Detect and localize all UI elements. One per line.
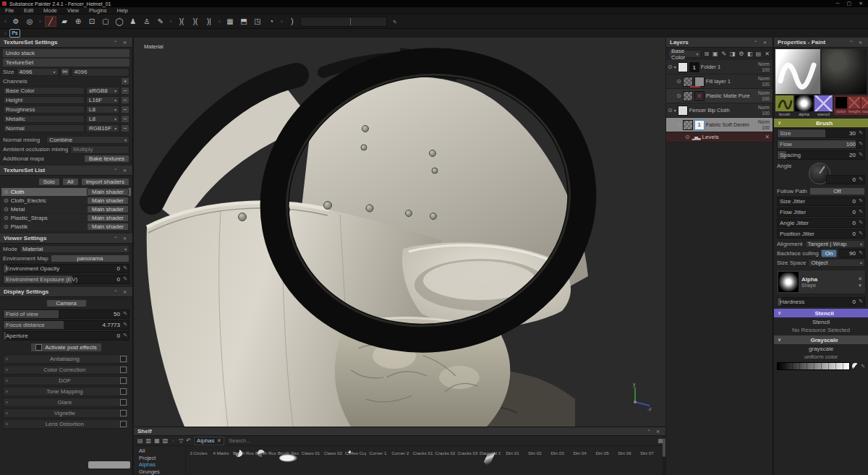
visibility-icon[interactable] [4,223,9,230]
tool-smudge-icon[interactable]: ♟ [127,16,139,27]
main-shader-button[interactable]: Main shader [87,205,129,213]
size-space-dropdown[interactable]: Object [808,259,865,267]
post-effect-checkbox[interactable] [120,421,127,427]
add-smart-material-icon[interactable]: ⚙ [738,50,744,58]
shelf-item[interactable]: Brush Rose... [233,448,254,475]
shelf-item[interactable]: Dirt 01 [502,448,523,475]
collapse-chevron-icon[interactable]: ∨ [778,120,781,126]
angle-value-slider[interactable]: 0 [826,175,865,184]
post-effect-row[interactable]: › Glare [3,398,129,407]
display-mode-icon[interactable]: ⬒ [238,16,250,27]
remove-channel-button[interactable]: − [121,87,129,95]
main-shader-button[interactable]: Main shader [87,214,129,222]
edit-value-icon[interactable] [123,322,127,328]
clear-alpha-icon[interactable]: ✕ [858,276,862,281]
filter-tag-alphas[interactable]: Alphas✕ [194,437,224,445]
shelf-item[interactable]: Cracks 03 [457,448,478,475]
tool-particles-icon[interactable]: ♙ [141,16,153,27]
expand-chevron-icon[interactable]: › [6,356,8,362]
expand-chevron-icon[interactable]: › [6,410,8,416]
menu-view[interactable]: View [62,7,84,14]
backface-angle-slider[interactable]: 90 [839,249,865,258]
filter-icon[interactable]: ▽ [179,437,183,444]
brush-section-header[interactable]: ∨ Brush [774,119,868,127]
post-effect-row[interactable]: › Vignette [3,408,129,418]
add-effect-icon[interactable]: ▣ [712,50,718,58]
smart-material-icon[interactable]: ✕ [694,91,705,101]
channel-filter-dropdown[interactable]: Base Color [668,50,701,58]
post-effect-checkbox[interactable] [120,367,127,373]
stencil-section-header[interactable]: ∨ Stencil [774,309,868,317]
layer-mask-thumbnail[interactable]: 1 [694,120,705,130]
layer-row-fabric-soft-denim[interactable]: 1 Fabric Soft Denim Norm100 [666,118,773,132]
jitter-slider[interactable]: Angle Jitter 0 [777,218,865,228]
channel-format-dropdown[interactable]: L8 [86,106,119,114]
brush-spacing-slider[interactable]: Spacing 20 [777,150,865,160]
panel-header-icons[interactable]: ⌃ ✕ [114,168,129,173]
tool-eraser-icon[interactable]: ▰ [59,16,70,27]
layer-visibility-icon[interactable] [668,64,673,70]
hardness-slider[interactable]: Hardness 0 [777,297,865,307]
symmetry-x-icon[interactable]: )( [176,16,187,27]
edit-value-icon[interactable] [859,141,863,147]
shelf-category[interactable]: Alphas [139,461,185,468]
shelf-item[interactable]: Cracks 01 [412,448,433,475]
tool-clone-icon[interactable]: ⊕ [72,16,84,27]
layer-visibility-icon[interactable] [676,78,681,85]
layer-row-folder-1[interactable]: 1 Folder 1 Norm100 [666,60,773,74]
close-icon[interactable]: ✕ [859,1,863,7]
edit-value-icon[interactable] [859,152,863,158]
layer-thumbnail[interactable] [683,120,693,130]
visibility-icon[interactable] [4,206,9,213]
shelf-category[interactable]: Grunges [139,468,185,475]
channel-format-dropdown[interactable]: L8 [86,115,119,123]
cube-view-icon[interactable]: ◳ [252,16,263,27]
activate-post-effects-toggle[interactable]: Activate post effects [30,343,101,352]
shelf-item[interactable]: Dirt 04 [569,448,590,475]
shelf-item[interactable]: Dirt 05 [592,448,613,475]
import-shaders-button[interactable]: Import shaders [81,178,129,186]
size-dropdown[interactable]: 4096 [17,68,59,76]
edit-value-icon[interactable] [859,198,863,204]
all-button[interactable]: All [62,178,79,186]
expand-chevron-icon[interactable]: › [6,421,8,427]
visibility-icon[interactable] [4,189,9,195]
layer-mask-thumbnail[interactable]: 1 [689,62,699,72]
edit-value-icon[interactable] [859,130,863,136]
shelf-item[interactable]: Claws 01 [300,448,321,475]
layer-row-fencer-bip-cloth[interactable]: Fencer Bip Cloth Norm100 [666,103,773,118]
texture-set-row[interactable]: Cloth_Electric Main shader [1,197,131,205]
remove-channel-button[interactable]: − [121,124,129,132]
environment-map-button[interactable]: panorama [51,254,129,262]
menu-file[interactable]: File [0,7,19,14]
post-effect-row[interactable]: › Antialiasing [3,354,129,364]
brush-tab[interactable] [775,95,793,111]
undo-stack-button[interactable]: Undo stack [3,49,129,57]
levels-effect-row[interactable]: ▂▅▃ Levels ✕ [666,132,773,142]
tool-view-icon[interactable]: ◎ [24,16,35,27]
panel-header-icons[interactable]: ⌃ ✕ [114,236,129,241]
post-effect-row[interactable]: › Color Correction [3,365,129,375]
layer-visibility-icon[interactable] [676,121,681,128]
environment-opacity-slider[interactable]: Environment Opacity 0 [3,264,129,273]
tool-pen-icon[interactable]: ✎ [155,16,166,27]
add-paint-layer-icon[interactable]: ◧ [746,50,753,58]
texture-set-row[interactable]: Plastik Main shader [1,223,131,231]
aperture-slider[interactable]: Aperture 0 [3,331,129,341]
post-effect-checkbox[interactable] [120,399,127,406]
normal-mixing-dropdown[interactable]: Combine [46,136,129,144]
collapse-chevron-icon[interactable]: ∨ [778,310,781,316]
main-shader-button[interactable]: Main shader [87,223,129,231]
edit-value-icon[interactable] [859,299,863,304]
remove-channel-button[interactable]: − [121,96,129,104]
maximize-icon[interactable]: ▢ [847,1,852,7]
add-fill-layer-icon[interactable]: ◨ [729,50,736,58]
falloff-icon[interactable]: ) [286,16,298,27]
shelf-item[interactable]: Dirt 02 [524,448,545,475]
alpha-dropdown-icon[interactable]: ▾ [859,283,861,288]
channel-format-dropdown[interactable]: RGB16F [86,124,119,132]
environment-exposure-slider[interactable]: Environment Exposure (EV) 0 [3,275,129,284]
edit-value-icon[interactable] [859,220,863,226]
uv-view-icon[interactable]: ▦ [224,16,236,27]
camera-tab[interactable]: Camera [46,299,87,307]
